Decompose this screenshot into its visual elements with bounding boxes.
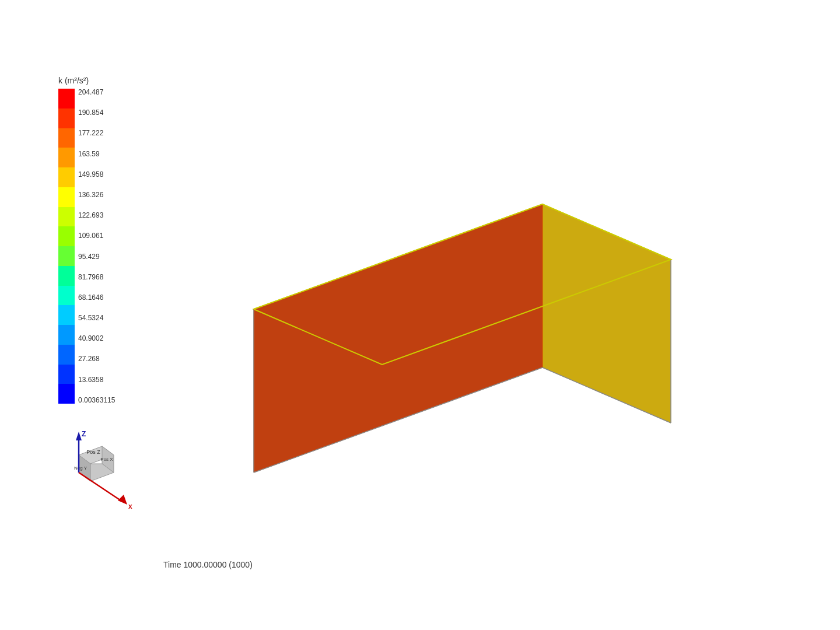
colorbar-label-4: 149.958 — [78, 171, 115, 178]
viz-area — [163, 58, 747, 525]
colorbar-segment-9 — [58, 266, 75, 286]
orientation-axis-area: Pos Z Neg Y Pos X Z x — [47, 420, 140, 513]
colorbar-label-10: 68.1646 — [78, 294, 115, 301]
colorbar-segment-0 — [58, 89, 75, 108]
colorbar-segment-8 — [58, 246, 75, 266]
z-axis-arrow — [76, 432, 82, 440]
colorbar-labels: 204.487190.854177.222163.59149.958136.32… — [78, 89, 115, 404]
orientation-cube-svg: Pos Z Neg Y Pos X Z x — [47, 420, 140, 513]
colorbar-segment-4 — [58, 167, 75, 187]
box-right-face — [542, 204, 671, 423]
colorbar-label-5: 136.326 — [78, 191, 115, 198]
colorbar-label-7: 109.061 — [78, 232, 115, 239]
z-axis-label: Z — [82, 430, 86, 438]
colorbar-label-2: 177.222 — [78, 130, 115, 136]
colorbar-segment-2 — [58, 128, 75, 148]
colorbar-segment-13 — [58, 345, 75, 365]
colorbar-label-1: 190.854 — [78, 109, 115, 116]
colorbar-label-14: 13.6358 — [78, 376, 115, 383]
colorbar-label-15: 0.00363115 — [78, 397, 115, 404]
colorbar-wrap: 204.487190.854177.222163.59149.958136.32… — [58, 89, 115, 404]
colorbar-label-3: 163.59 — [78, 150, 115, 158]
colorbar-label-13: 27.268 — [78, 355, 115, 362]
colorbar-segment-14 — [58, 365, 75, 384]
colorbar-label-8: 95.429 — [78, 253, 115, 260]
colorbar-label-9: 81.7968 — [78, 274, 115, 281]
colorbar-segment-7 — [58, 226, 75, 246]
colorbar-container: k (m²/s²) 204.487190.854177.222163.59149… — [58, 76, 115, 404]
box-front-face — [254, 204, 542, 473]
colorbar-segment-1 — [58, 108, 75, 128]
orient-pos-z-label: Pos Z — [86, 449, 100, 455]
colorbar-label-0: 204.487 — [78, 89, 115, 96]
colorbar-segment-12 — [58, 325, 75, 345]
colorbar-label-12: 40.9002 — [78, 335, 115, 342]
x-axis-arrow — [118, 495, 127, 505]
time-label: Time 1000.00000 (1000) — [163, 560, 253, 569]
colorbar-segment-15 — [58, 384, 75, 404]
colorbar-segment-6 — [58, 207, 75, 227]
colorbar-segment-10 — [58, 286, 75, 306]
box-3d-visualization — [163, 58, 747, 525]
colorbar — [58, 89, 75, 404]
colorbar-segment-3 — [58, 148, 75, 167]
colorbar-segment-11 — [58, 305, 75, 325]
colorbar-label-11: 54.5324 — [78, 314, 115, 321]
orient-pos-x-label: Pos X — [100, 457, 113, 462]
colorbar-title: k (m²/s²) — [58, 76, 115, 85]
x-axis-label: x — [128, 502, 132, 510]
colorbar-segment-5 — [58, 187, 75, 207]
orient-neg-y-label: Neg Y — [74, 466, 88, 471]
colorbar-label-6: 122.693 — [78, 212, 115, 219]
